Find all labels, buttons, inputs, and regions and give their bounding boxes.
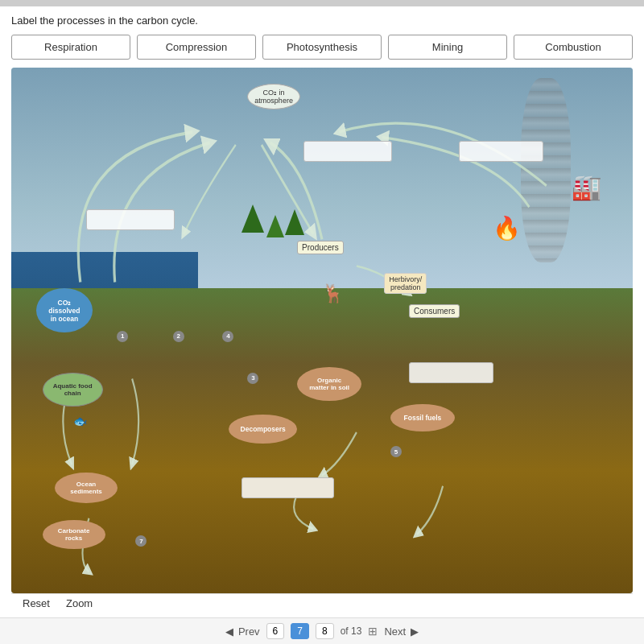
page-6[interactable]: 6 <box>266 623 285 639</box>
tree-2 <box>266 215 284 237</box>
options-row: Respiration Compression Photosynthesis M… <box>11 35 633 60</box>
fossil-fuels-label: Fossil fuels <box>390 404 455 431</box>
option-photosynthesis[interactable]: Photosynthesis <box>262 35 382 60</box>
decomposers-label: Decomposers <box>229 415 297 444</box>
bottom-bar: Reset Zoom <box>11 593 633 613</box>
number-4: 4 <box>222 331 233 342</box>
organic-label: Organicmatter in soil <box>297 367 361 401</box>
tree-1 <box>242 204 264 233</box>
next-icon: ▶ <box>411 625 419 638</box>
number-1: 1 <box>117 331 128 342</box>
co2-atmosphere-label: CO₂ inatmosphere <box>247 84 300 109</box>
deer-decoration: 🦌 <box>322 283 344 304</box>
consumers-label: Consumers <box>409 304 460 318</box>
aquatic-label: Aquatic foodchain <box>43 373 103 407</box>
prev-icon: ◀ <box>225 625 233 638</box>
diagram-container: CO₂ inatmosphere Producers Herbivory/pre… <box>11 68 633 593</box>
herbivory-label: Herbivory/predation <box>384 273 427 294</box>
number-3: 3 <box>247 373 258 384</box>
fish-decoration: 🐟 <box>73 415 87 427</box>
ground-bg <box>11 288 633 593</box>
smoke-decoration <box>521 78 571 262</box>
option-respiration[interactable]: Respiration <box>11 35 130 60</box>
page-7[interactable]: 7 <box>291 623 309 639</box>
number-5: 5 <box>390 446 402 457</box>
drop-box-4[interactable] <box>409 362 493 383</box>
prev-label: Prev <box>238 625 260 638</box>
main-content: Label the processes in the carbon cycle.… <box>0 6 644 617</box>
drop-box-3[interactable] <box>459 141 543 162</box>
next-button[interactable]: Next ▶ <box>384 625 419 638</box>
carbonate-rocks-label: Carbonaterocks <box>43 520 105 549</box>
drop-box-2[interactable] <box>303 141 392 162</box>
drop-box-5[interactable] <box>242 477 334 498</box>
next-label: Next <box>384 625 406 638</box>
factory-decoration: 🏭 <box>572 173 601 201</box>
producers-label: Producers <box>297 241 344 254</box>
ocean-sediments-label: Oceansediments <box>55 473 118 503</box>
fire-decoration: 🔥 <box>493 215 521 242</box>
zoom-button[interactable]: Zoom <box>66 597 93 609</box>
top-bar <box>0 0 644 6</box>
reset-button[interactable]: Reset <box>23 597 50 609</box>
number-2: 2 <box>173 331 184 342</box>
grid-icon[interactable]: ⊞ <box>368 625 378 638</box>
pagination-bar: ◀ Prev 6 7 8 of 13 ⊞ Next ▶ <box>0 617 644 644</box>
question-label: Label the processes in the carbon cycle. <box>11 14 633 27</box>
tree-3 <box>285 209 304 235</box>
option-combustion[interactable]: Combustion <box>514 35 633 60</box>
option-mining[interactable]: Mining <box>388 35 507 60</box>
bottom-actions: Reset Zoom <box>23 597 93 609</box>
prev-button[interactable]: ◀ Prev <box>225 625 260 638</box>
co2-ocean-label: CO₂dissolvedin ocean <box>36 288 93 332</box>
option-compression[interactable]: Compression <box>137 35 256 60</box>
drop-box-1[interactable] <box>86 209 175 230</box>
page-8[interactable]: 8 <box>316 623 334 639</box>
page-of-label: of 13 <box>341 625 362 637</box>
